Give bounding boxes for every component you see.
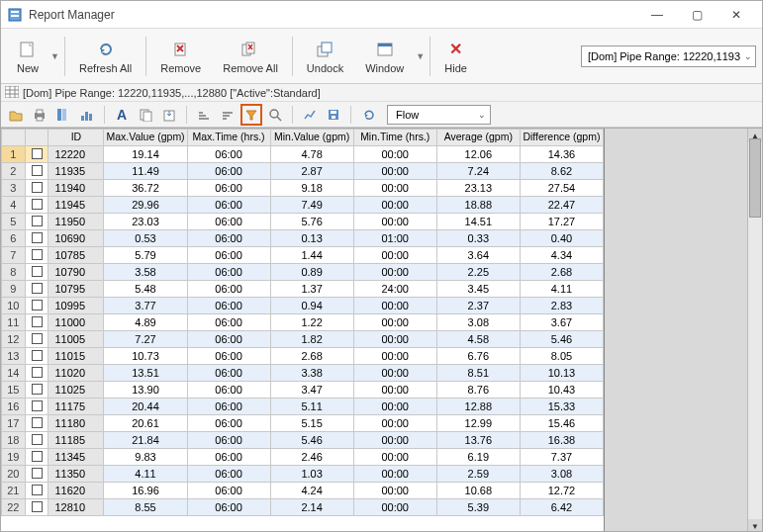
cell-id[interactable]: 11180 xyxy=(48,415,104,432)
row-number[interactable]: 20 xyxy=(2,466,26,483)
cell-mintime[interactable]: 00:00 xyxy=(353,348,436,365)
cell-avg[interactable]: 23.13 xyxy=(436,180,520,197)
cell-minval[interactable]: 2.14 xyxy=(270,499,353,516)
row-number[interactable]: 10 xyxy=(2,298,26,314)
new-dropdown[interactable]: ▼ xyxy=(50,51,60,61)
cell-maxtime[interactable]: 06:00 xyxy=(187,281,270,298)
row-number[interactable]: 14 xyxy=(2,365,26,382)
cell-maxtime[interactable]: 06:00 xyxy=(187,415,270,432)
cell-diff[interactable]: 14.36 xyxy=(520,146,603,163)
scroll-down-arrow[interactable]: ▼ xyxy=(748,519,762,532)
cell-diff[interactable]: 10.13 xyxy=(520,365,603,382)
cell-diff[interactable]: 8.62 xyxy=(520,163,603,180)
row-checkbox[interactable] xyxy=(25,499,48,516)
cell-minval[interactable]: 3.38 xyxy=(270,365,353,382)
cell-mintime[interactable]: 00:00 xyxy=(353,483,436,499)
table-row[interactable]: 10109953.7706:000.9400:002.372.83 xyxy=(2,298,604,314)
refresh-icon-small[interactable] xyxy=(357,104,379,126)
vertical-scrollbar[interactable]: ▲ ▼ xyxy=(747,129,762,532)
remove-all-button[interactable]: Remove All xyxy=(213,33,288,80)
cell-mintime[interactable]: 00:00 xyxy=(353,331,436,348)
row-checkbox[interactable] xyxy=(25,146,48,163)
cell-maxtime[interactable]: 06:00 xyxy=(187,365,270,382)
row-checkbox[interactable] xyxy=(25,348,48,365)
cell-id[interactable]: 11950 xyxy=(48,214,104,230)
cell-minval[interactable]: 1.82 xyxy=(270,331,353,348)
cell-avg[interactable]: 5.39 xyxy=(436,499,520,516)
header-diff[interactable]: Difference (gpm) xyxy=(520,130,603,146)
header-maxtime[interactable]: Max.Time (hrs.) xyxy=(187,130,270,146)
cell-diff[interactable]: 10.43 xyxy=(520,382,603,399)
row-checkbox[interactable] xyxy=(25,230,48,247)
cell-minval[interactable]: 2.46 xyxy=(270,449,353,466)
find-icon[interactable] xyxy=(264,104,286,126)
cell-maxval[interactable]: 16.96 xyxy=(104,483,187,499)
row-checkbox[interactable] xyxy=(25,466,48,483)
cell-maxval[interactable]: 10.73 xyxy=(104,348,187,365)
header-rownum[interactable] xyxy=(2,130,26,146)
header-mintime[interactable]: Min.Time (hrs.) xyxy=(353,130,436,146)
sort-desc-icon[interactable] xyxy=(217,104,238,126)
export-icon[interactable] xyxy=(158,104,180,126)
cell-id[interactable]: 11350 xyxy=(48,466,104,483)
cell-mintime[interactable]: 24:00 xyxy=(353,281,436,298)
cell-maxval[interactable]: 36.72 xyxy=(104,180,187,197)
cell-id[interactable]: 10790 xyxy=(48,264,104,281)
cell-maxtime[interactable]: 06:00 xyxy=(187,247,270,264)
cell-minval[interactable]: 4.78 xyxy=(270,146,353,163)
cell-minval[interactable]: 2.68 xyxy=(270,348,353,365)
row-number[interactable]: 2 xyxy=(2,163,26,180)
cell-mintime[interactable]: 00:00 xyxy=(353,499,436,516)
cell-maxtime[interactable]: 06:00 xyxy=(187,146,270,163)
cell-maxval[interactable]: 4.11 xyxy=(104,466,187,483)
cell-id[interactable]: 11015 xyxy=(48,348,104,365)
cell-diff[interactable]: 16.38 xyxy=(520,432,603,449)
cell-avg[interactable]: 3.08 xyxy=(436,314,520,331)
row-number[interactable]: 15 xyxy=(2,382,26,399)
cell-avg[interactable]: 0.33 xyxy=(436,230,520,247)
line-chart-icon[interactable] xyxy=(299,104,321,126)
cell-maxval[interactable]: 13.51 xyxy=(104,365,187,382)
cell-maxtime[interactable]: 06:00 xyxy=(187,399,270,415)
header-minval[interactable]: Min.Value (gpm) xyxy=(270,130,353,146)
cell-avg[interactable]: 12.88 xyxy=(436,399,520,415)
cell-avg[interactable]: 8.76 xyxy=(436,382,520,399)
chart-icon[interactable] xyxy=(76,104,98,126)
cell-mintime[interactable]: 00:00 xyxy=(353,382,436,399)
cell-minval[interactable]: 7.49 xyxy=(270,197,353,214)
cell-id[interactable]: 11025 xyxy=(48,382,104,399)
cell-maxtime[interactable]: 06:00 xyxy=(187,314,270,331)
table-row[interactable]: 20113504.1106:001.0300:002.593.08 xyxy=(2,466,604,483)
table-row[interactable]: 22128108.5506:002.1400:005.396.42 xyxy=(2,499,604,516)
cell-minval[interactable]: 1.37 xyxy=(270,281,353,298)
row-checkbox[interactable] xyxy=(25,197,48,214)
cell-id[interactable]: 11935 xyxy=(48,163,104,180)
data-grid[interactable]: ID Max.Value (gpm) Max.Time (hrs.) Min.V… xyxy=(1,129,604,532)
filter-icon[interactable] xyxy=(240,104,262,126)
row-number[interactable]: 6 xyxy=(2,230,26,247)
header-maxval[interactable]: Max.Value (gpm) xyxy=(104,130,187,146)
cell-maxtime[interactable]: 06:00 xyxy=(187,348,270,365)
cell-mintime[interactable]: 00:00 xyxy=(353,180,436,197)
cell-maxval[interactable]: 4.89 xyxy=(104,314,187,331)
cell-diff[interactable]: 4.34 xyxy=(520,247,603,264)
row-checkbox[interactable] xyxy=(25,415,48,432)
cell-avg[interactable]: 14.51 xyxy=(436,214,520,230)
cell-mintime[interactable]: 00:00 xyxy=(353,314,436,331)
cell-minval[interactable]: 1.03 xyxy=(270,466,353,483)
cell-mintime[interactable]: 00:00 xyxy=(353,399,436,415)
window-dropdown[interactable]: ▼ xyxy=(416,51,426,61)
row-checkbox[interactable] xyxy=(25,180,48,197)
remove-button[interactable]: Remove xyxy=(150,33,211,80)
table-row[interactable]: 11222019.1406:004.7800:0012.0614.36 xyxy=(2,146,604,163)
cell-avg[interactable]: 10.68 xyxy=(436,483,520,499)
cell-minval[interactable]: 5.11 xyxy=(270,399,353,415)
cell-mintime[interactable]: 00:00 xyxy=(353,163,436,180)
cell-maxtime[interactable]: 06:00 xyxy=(187,230,270,247)
cell-maxval[interactable]: 20.61 xyxy=(104,415,187,432)
cell-mintime[interactable]: 00:00 xyxy=(353,365,436,382)
cell-mintime[interactable]: 00:00 xyxy=(353,415,436,432)
cell-minval[interactable]: 2.87 xyxy=(270,163,353,180)
cell-maxtime[interactable]: 06:00 xyxy=(187,483,270,499)
cell-diff[interactable]: 22.47 xyxy=(520,197,603,214)
